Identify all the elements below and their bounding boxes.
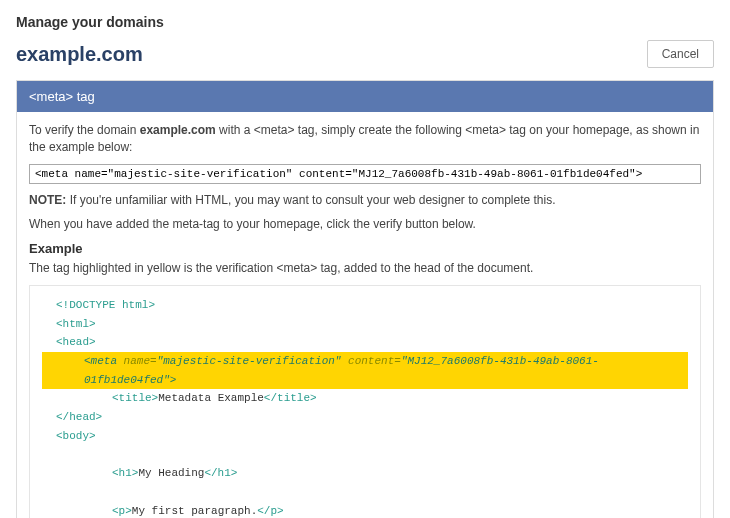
- panel-title: <meta> tag: [17, 81, 713, 112]
- meta-tag-input[interactable]: [29, 164, 701, 184]
- example-heading: Example: [29, 241, 701, 256]
- page-title: Manage your domains: [16, 14, 714, 30]
- note-text: NOTE: If you're unfamiliar with HTML, yo…: [29, 192, 701, 209]
- cancel-button[interactable]: Cancel: [647, 40, 714, 68]
- intro-text: To verify the domain example.com with a …: [29, 122, 701, 156]
- code-example: <!DOCTYPE html> <html> <head> <meta name…: [29, 285, 701, 518]
- highlighted-meta-line: <meta name="majestic-site-verification" …: [42, 352, 688, 389]
- instruction-text: When you have added the meta-tag to your…: [29, 216, 701, 233]
- meta-tag-panel: <meta> tag To verify the domain example.…: [16, 80, 714, 518]
- domain-name: example.com: [16, 43, 143, 66]
- example-description: The tag highlighted in yellow is the ver…: [29, 260, 701, 277]
